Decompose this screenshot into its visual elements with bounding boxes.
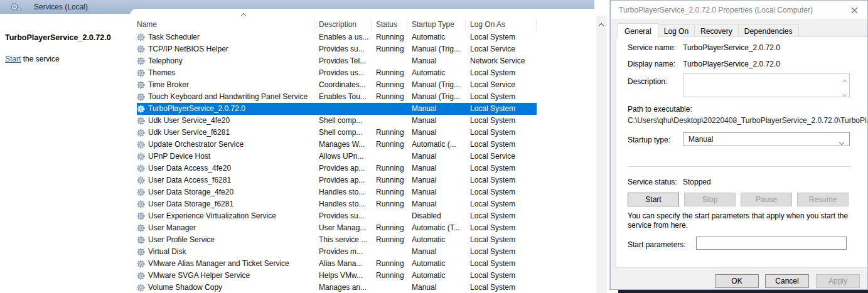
gear-icon <box>137 272 145 280</box>
cell-description: Enables Tou... <box>314 91 372 103</box>
cell-log-on-as: Local System <box>466 115 537 127</box>
close-icon[interactable] <box>847 4 861 16</box>
cell-log-on-as: Local System <box>466 282 537 293</box>
cell-log-on-as: Local System <box>466 234 537 246</box>
cell-startup-type: Manual <box>407 103 466 115</box>
start-service-link[interactable]: Start <box>5 55 21 63</box>
table-row[interactable]: UPnP Device HostAllows UPn...ManualLocal… <box>130 151 596 162</box>
startup-type-selected-value: Manual <box>689 135 713 144</box>
ok-button[interactable]: OK <box>715 274 759 288</box>
path-value: C:\Users\qhu\Desktop\20220408_TurboPlaye… <box>628 116 868 125</box>
column-header-log-on-as[interactable]: Log On As <box>466 19 537 31</box>
cell-name: Telephony <box>137 55 314 67</box>
description-textarea[interactable] <box>683 73 850 97</box>
cell-status: Running <box>372 162 407 174</box>
start-parameters-input[interactable] <box>696 237 847 250</box>
table-row[interactable]: Volume Shadow CopyManages an...ManualLoc… <box>130 282 596 293</box>
cell-log-on-as: Local System <box>466 127 537 139</box>
service-control-buttons: StartStopPauseResume <box>628 193 849 206</box>
startup-type-select[interactable]: Manual <box>683 132 850 146</box>
table-row[interactable]: User Data Storage_4fe20Handles sto...Run… <box>130 186 596 198</box>
table-row[interactable]: Update Orchestrator ServiceManages W...R… <box>130 139 596 151</box>
cell-name: Time Broker <box>137 79 314 91</box>
cell-status: Running <box>372 270 407 282</box>
services-gear-icon <box>9 2 22 14</box>
cell-startup-type: Automatic <box>407 67 466 79</box>
cell-name: User Data Access_f6281 <box>137 174 314 186</box>
tab-general[interactable]: General <box>618 23 658 40</box>
table-row[interactable]: User Experience Virtualization ServicePr… <box>130 210 596 222</box>
textarea-scroll-up-icon[interactable] <box>843 77 865 85</box>
cell-status: Running <box>372 222 407 234</box>
table-row[interactable]: TelephonyProvides Tel...ManualNetwork Se… <box>130 55 596 67</box>
cell-status <box>372 151 407 162</box>
path-label: Path to executable: <box>628 105 692 114</box>
service-status-label: Service status: <box>628 178 677 186</box>
dialog-titlebar[interactable]: TurboPlayerService_2.0.72.0 Properties (… <box>611 1 867 19</box>
gear-icon <box>137 57 145 65</box>
cell-log-on-as: Local Service <box>466 151 537 162</box>
cell-status: Running <box>372 67 407 79</box>
cell-name: VMware Alias Manager and Ticket Service <box>137 258 314 270</box>
table-row[interactable]: User Data Storage_f6281Handles sto...Run… <box>130 198 596 210</box>
cell-description: Provides su... <box>314 210 372 222</box>
table-row[interactable]: User Data Access_4fe20Provides ap...Runn… <box>130 162 596 174</box>
table-row[interactable]: User ManagerUser Manag...RunningAutomati… <box>130 222 596 234</box>
cell-startup-type: Automatic <box>407 31 466 43</box>
table-row[interactable]: ThemesProvides us...RunningAutomaticLoca… <box>130 67 596 79</box>
cell-startup-type: Manual <box>407 246 466 258</box>
column-header-startup-type[interactable]: Startup Type <box>407 19 466 31</box>
cell-description <box>314 103 372 115</box>
column-header-description[interactable]: Description <box>314 19 372 31</box>
cell-description: Alias Mana... <box>314 258 372 270</box>
cell-log-on-as: Local System <box>466 258 537 270</box>
apply-button[interactable]: Apply <box>816 274 860 288</box>
table-row[interactable]: User Data Access_f6281Provides ap...Runn… <box>130 174 596 186</box>
table-row[interactable]: Task SchedulerEnables a us...RunningAuto… <box>130 31 596 43</box>
cancel-button[interactable]: Cancel <box>765 274 809 288</box>
cell-description: Shell comp... <box>314 127 372 139</box>
cell-status: Running <box>372 79 407 91</box>
textarea-scroll-down-icon[interactable] <box>843 89 846 98</box>
gear-icon <box>137 69 145 77</box>
cell-name: Virtual Disk <box>137 246 314 258</box>
table-row[interactable]: Udk User Service_f6281Shell comp...Runni… <box>130 127 596 139</box>
table-row[interactable]: TurboPlayerService_2.0.72.0ManualLocal S… <box>130 103 596 115</box>
cell-startup-type: Automatic <box>407 270 466 282</box>
gear-icon <box>137 236 145 244</box>
table-row[interactable]: Udk User Service_4fe20Shell comp...Manua… <box>130 115 596 127</box>
cell-status: Running <box>372 258 407 270</box>
cell-log-on-as: Local System <box>466 91 537 103</box>
table-row[interactable]: Time BrokerCoordinates...RunningManual (… <box>130 79 596 91</box>
cell-description: Handles sto... <box>314 186 372 198</box>
stop-button[interactable]: Stop <box>684 193 736 206</box>
extended-view-pane: TurboPlayerService_2.0.72.0 Start the se… <box>0 14 129 293</box>
gear-icon <box>137 200 145 208</box>
service-name-label: Service name: <box>628 43 676 52</box>
cell-log-on-as: Local System <box>466 162 537 174</box>
console-title: Services (Local) <box>34 3 88 11</box>
column-header-status[interactable]: Status <box>372 19 407 31</box>
pause-button[interactable]: Pause <box>741 193 792 206</box>
startup-type-label: Startup type: <box>628 136 670 144</box>
table-row[interactable]: Virtual DiskProvides m...ManualLocal Sys… <box>130 246 596 258</box>
table-row[interactable]: VMware SVGA Helper ServiceHelps VMw...Ru… <box>130 270 596 282</box>
table-row[interactable]: TCP/IP NetBIOS HelperProvides su...Runni… <box>130 43 596 55</box>
resume-button[interactable]: Resume <box>797 193 849 206</box>
cell-status <box>372 210 407 222</box>
cell-log-on-as: Local Service <box>466 43 537 55</box>
column-header-name[interactable]: Name <box>137 19 314 31</box>
scroll-up-icon[interactable] <box>599 21 603 29</box>
table-row[interactable]: User Profile ServiceThis service ...Runn… <box>130 234 596 246</box>
table-row[interactable]: VMware Alias Manager and Ticket ServiceA… <box>130 258 596 270</box>
cell-status: Running <box>372 198 407 210</box>
table-row[interactable]: Touch Keyboard and Handwriting Panel Ser… <box>130 91 596 103</box>
start-button[interactable]: Start <box>628 193 679 206</box>
cell-description: Provides ap... <box>314 162 372 174</box>
cell-description: Provides m... <box>314 246 372 258</box>
vertical-scrollbar[interactable] <box>596 16 607 293</box>
cell-name: TurboPlayerService_2.0.72.0 <box>137 103 314 115</box>
cell-startup-type: Manual <box>407 115 466 127</box>
cell-startup-type: Manual <box>407 127 466 139</box>
services-list-panel: NameDescriptionStatusStartup TypeLog On … <box>130 9 607 293</box>
